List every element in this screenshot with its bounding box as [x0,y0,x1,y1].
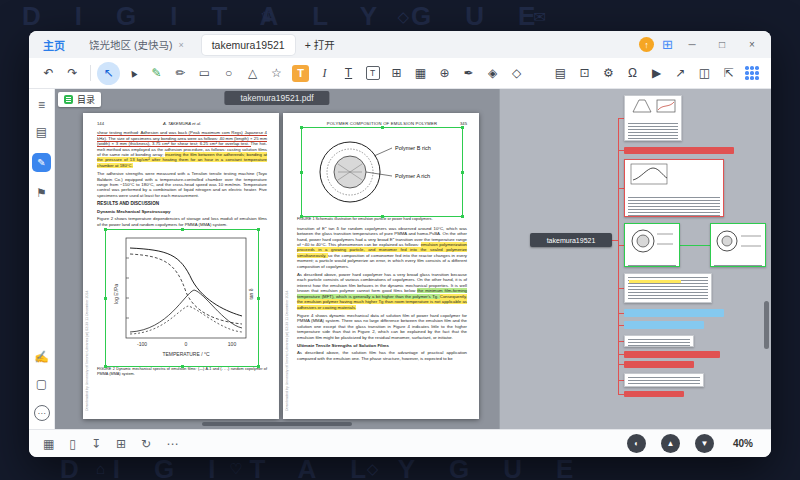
tab-document-1[interactable]: 饶光地区 (史快马) × [79,35,194,55]
selection-handle[interactable] [104,297,107,300]
undo-icon[interactable]: ↶ [37,62,60,85]
home-button[interactable]: 主页 [43,37,65,53]
titlebar: 主页 饶光地区 (史快马) × takemura19521 + 打开 ↑ ⊞ ─… [29,31,771,58]
selection-handle[interactable] [300,171,303,174]
open-file-button[interactable]: + 打开 [305,37,335,52]
close-button[interactable]: × [741,39,763,50]
eraser-tool-icon[interactable]: ◇ [505,62,528,85]
select-tool-icon[interactable]: ↖ [97,62,120,85]
share-icon[interactable]: ↗ [669,62,692,85]
catalog-tab[interactable]: 目录 [58,92,101,107]
mindmap-text-node[interactable] [624,373,704,387]
left-sidebar: ≡ ▤ ✎ ⚑ ✍ ▢ ⋯ [29,89,55,429]
play-icon[interactable]: ▶ [645,62,668,85]
watermark-icons-top: ♛ ◇ ✉ [260,8,606,26]
mindmap-blue-bar[interactable] [624,321,704,329]
pdf-page-right[interactable]: Downloaded by University of Toronto Libr… [283,113,479,419]
selection-handle[interactable] [104,228,107,231]
mindmap-text-node[interactable] [624,335,694,347]
italic-tool-icon[interactable]: I [313,62,336,85]
print-icon[interactable]: ⊞ [116,437,126,451]
polygon-tool-icon[interactable]: △ [241,62,264,85]
signature-tool-icon[interactable]: ✒ [457,62,480,85]
mindmap-figure-node[interactable] [624,223,680,267]
stamp-tool-icon[interactable]: ◈ [481,62,504,85]
mindmap-panel[interactable]: takemura19521 [499,89,771,429]
page-header: 144 A. TAKEMURA et al. [97,121,267,126]
underline-tool-icon[interactable]: T [337,62,360,85]
mindmap-text-node[interactable] [624,159,724,217]
figure-2-chart[interactable]: log E′/Pa tan δ -100 0 100 TEMPERATURE /… [108,232,256,364]
annotations-icon[interactable]: ✎ [32,153,51,172]
zoom-level[interactable]: 40% [733,438,753,449]
sync-icon[interactable]: ↻ [141,437,151,451]
screen-icon[interactable]: ▢ [36,378,47,390]
mindmap-root-node[interactable]: takemura19521 [530,233,612,247]
hand-tool-icon[interactable]: ✍ [34,351,49,363]
document-viewer[interactable]: 目录 takemura19521.pdf Downloaded by Unive… [55,89,499,429]
table-tool-icon[interactable]: ⊞ [385,62,408,85]
textbox-tool-icon[interactable]: T [361,62,384,85]
text-highlight-tool-icon[interactable]: T [292,65,309,82]
redo-icon[interactable]: ↷ [61,62,84,85]
selection-handle[interactable] [300,126,303,129]
bookmark-icon[interactable]: ⚑ [36,187,47,199]
pen-tool-icon[interactable]: ✎ [145,62,168,85]
selection-handle[interactable] [381,126,384,129]
svg-text:TEMPERATURE / °C: TEMPERATURE / °C [162,351,210,357]
mindmap-text-node[interactable] [624,273,712,303]
marker-tool-icon[interactable]: ✏ [169,62,192,85]
update-notification-icon[interactable]: ↑ [639,37,654,52]
maximize-button[interactable]: □ [711,39,733,50]
more-icon[interactable]: ⋯ [166,437,178,451]
board-icon[interactable]: ◫ [693,62,716,85]
star-tool-icon[interactable]: ☆ [265,62,288,85]
selection-handle[interactable] [257,297,260,300]
tab-close-icon[interactable]: × [178,40,183,50]
minimize-button[interactable]: ─ [681,39,703,50]
tab-label: 饶光地区 (史快马) [89,37,172,52]
export-icon[interactable]: ↧ [91,437,101,451]
comments-icon[interactable]: ⋯ [34,405,50,421]
mindmap-highlight-bar[interactable] [624,147,734,154]
selection-handle[interactable] [257,228,260,231]
paragraph: Figure 4 shows dynamic mechanical data o… [297,313,467,340]
audio-icon[interactable]: Ω [621,62,644,85]
apps-grid-icon[interactable]: ⊞ [662,37,673,52]
grid-view-icon[interactable]: ▦ [43,437,54,451]
page-header: POLYMER COMPOSITION OF EMULSION POLYMER … [297,121,467,126]
globe-tool-icon[interactable]: ⊕ [433,62,456,85]
figure-1-diagram[interactable]: Polymer B rich Polymer A rich [304,130,460,214]
rectangle-tool-icon[interactable]: ▭ [193,62,216,85]
selection-handle[interactable] [181,228,184,231]
sub-heading: Dynamic Mechanical Spectroscopy [97,209,267,214]
app-launcher-icon[interactable] [745,66,759,80]
mindmap-blue-bar[interactable] [624,309,724,317]
cursor-tool-icon[interactable]: ▲ [121,62,144,85]
capture-icon[interactable]: ⊡ [573,62,596,85]
settings-gear-icon[interactable]: ⚙ [597,62,620,85]
sub-heading: Ultimate Tensile Strengths of Solution F… [297,343,467,348]
page-up-button[interactable]: ▲ [661,434,680,453]
pdf-page-left[interactable]: Downloaded by University of Toronto Libr… [83,113,279,419]
mindmap-figure-leaf-node[interactable] [710,223,766,267]
contrast-button[interactable]: ◐ [627,434,646,453]
mindmap-highlight-bar[interactable] [624,351,720,358]
selection-handle[interactable] [461,126,464,129]
thumbnails-icon[interactable]: ▤ [36,126,47,138]
selection-handle[interactable] [461,171,464,174]
chart-tool-icon[interactable]: ▦ [409,62,432,85]
mindmap-highlight-bar[interactable] [624,361,694,368]
mindmap-thumbnail-node[interactable] [624,95,682,141]
pages-icon[interactable]: ▤ [549,62,572,85]
ellipse-tool-icon[interactable]: ○ [217,62,240,85]
fullscreen-icon[interactable]: ⇱ [717,62,740,85]
vertical-scrollbar[interactable] [764,301,769,349]
app-window: 主页 饶光地区 (史快马) × takemura19521 + 打开 ↑ ⊞ ─… [29,31,771,457]
trash-icon[interactable]: ▯ [69,437,76,451]
menu-icon[interactable]: ≡ [38,99,45,111]
page-down-button[interactable]: ▼ [695,434,714,453]
tab-document-2[interactable]: takemura19521 [202,35,295,55]
mindmap-highlight-bar[interactable] [624,391,684,397]
horizontal-scrollbar[interactable] [202,422,352,426]
